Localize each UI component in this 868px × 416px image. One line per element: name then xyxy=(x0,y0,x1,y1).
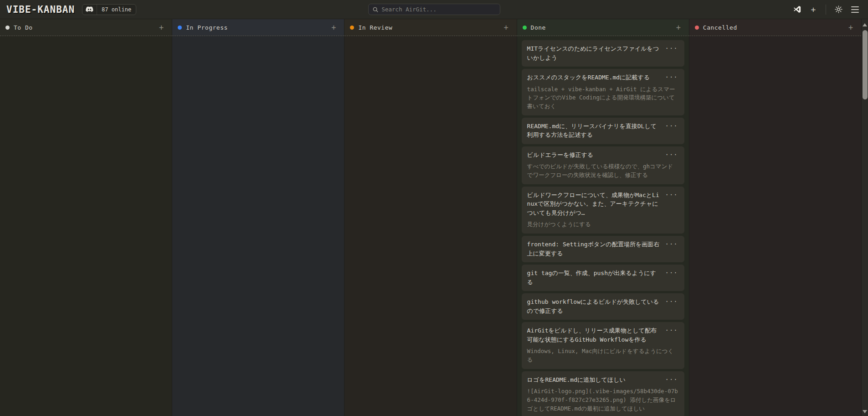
card-menu-icon[interactable]: ··· xyxy=(664,151,679,159)
scrollbar-down-arrow[interactable] xyxy=(863,410,867,413)
task-card[interactable]: ビルドエラーを修正する ··· すべでのビルドが失敗している模様なので、ghコマ… xyxy=(522,146,684,184)
status-dot-icon xyxy=(350,26,354,30)
scrollbar-thumb[interactable] xyxy=(863,30,868,99)
search-input[interactable] xyxy=(382,6,496,13)
discord-online-count: 87 online xyxy=(97,6,136,13)
card-title: ロゴをREADME.mdに追加してほしい xyxy=(527,375,661,385)
add-card-button[interactable]: + xyxy=(846,22,856,32)
vscode-icon[interactable] xyxy=(790,3,804,16)
app-logo[interactable]: VIBE-KANBAN xyxy=(6,4,75,15)
card-menu-icon[interactable]: ··· xyxy=(664,240,679,248)
card-title: git tagの一覧、作成、pushが出来るようにする xyxy=(527,269,661,286)
board-columns: To Do + In Progress + In Review + Done +… xyxy=(0,19,861,416)
card-description: 見分けがつくようにする xyxy=(527,220,679,229)
column-title: Cancelled xyxy=(703,24,737,31)
column-header: Done + xyxy=(517,19,689,36)
task-card[interactable]: ロゴをREADME.mdに追加してほしい ··· ![AirGit-logo.p… xyxy=(522,371,684,416)
column-card-list xyxy=(172,36,344,416)
topbar-actions: + xyxy=(790,3,862,16)
status-dot-icon xyxy=(523,26,527,30)
topbar-divider xyxy=(826,5,826,15)
card-title: MITライセンスのためにライセンスファイルをついかしよう xyxy=(527,44,661,62)
column-to-do: To Do + xyxy=(0,19,172,416)
card-title: github workflowによるビルドが失敗しているので修正する xyxy=(527,297,661,315)
add-card-button[interactable]: + xyxy=(501,22,511,32)
add-card-button[interactable]: + xyxy=(329,22,339,32)
add-card-button[interactable]: + xyxy=(156,22,166,32)
column-header: In Progress + xyxy=(172,19,344,36)
column-title: In Progress xyxy=(186,24,228,31)
vertical-scrollbar[interactable] xyxy=(861,19,868,416)
column-card-list xyxy=(344,36,516,416)
task-card[interactable]: ビルドワークフローについて、成果物がMacとLinuxで区別がつかない。また、ア… xyxy=(522,187,684,234)
card-menu-icon[interactable]: ··· xyxy=(664,122,679,130)
card-menu-icon[interactable]: ··· xyxy=(664,191,679,199)
card-title: AirGitをビルドし、リリース成果物として配布可能な状態にするGitHub W… xyxy=(527,326,661,344)
card-menu-icon[interactable]: ··· xyxy=(664,297,679,306)
column-title: To Do xyxy=(14,24,33,31)
column-card-list xyxy=(689,36,861,416)
task-card[interactable]: AirGitをビルドし、リリース成果物として配布可能な状態にするGitHub W… xyxy=(522,322,684,369)
column-title: In Review xyxy=(358,24,392,31)
task-card[interactable]: git tagの一覧、作成、pushが出来るようにする ··· xyxy=(522,265,684,291)
card-menu-icon[interactable]: ··· xyxy=(664,44,679,52)
settings-gear-icon[interactable] xyxy=(832,3,845,16)
column-in-review: In Review + xyxy=(344,19,517,416)
card-menu-icon[interactable]: ··· xyxy=(664,269,679,277)
card-title: ビルドエラーを修正する xyxy=(527,151,661,160)
status-dot-icon xyxy=(178,26,182,30)
column-header: Cancelled + xyxy=(689,19,861,36)
column-header: To Do + xyxy=(0,19,172,36)
card-description: すべでのビルドが失敗している模様なので、ghコマンドでワークフローの失敗状況を確… xyxy=(527,162,679,180)
discord-badge[interactable]: 87 online xyxy=(82,4,136,15)
discord-icon xyxy=(82,5,97,15)
topbar: VIBE-KANBAN 87 online + xyxy=(0,0,868,19)
card-title: おススメのスタックをREADME.mdに記載する xyxy=(527,73,661,82)
card-title: ビルドワークフローについて、成果物がMacとLinuxで区別がつかない。また、ア… xyxy=(527,191,661,218)
card-menu-icon[interactable]: ··· xyxy=(664,73,679,81)
task-card[interactable]: MITライセンスのためにライセンスファイルをついかしよう ··· xyxy=(522,40,684,67)
status-dot-icon xyxy=(5,26,10,30)
card-menu-icon[interactable]: ··· xyxy=(664,375,679,384)
add-card-button[interactable]: + xyxy=(673,22,683,32)
task-card[interactable]: github workflowによるビルドが失敗しているので修正する ··· xyxy=(522,293,684,320)
column-header: In Review + xyxy=(344,19,516,36)
kanban-board: To Do + In Progress + In Review + Done +… xyxy=(0,19,868,416)
add-project-button[interactable]: + xyxy=(806,3,820,16)
card-description: ![AirGit-logo.png](.vibe-images/58b430de… xyxy=(527,387,679,413)
search-box xyxy=(368,4,500,15)
scrollbar-up-arrow[interactable] xyxy=(863,23,867,26)
task-card[interactable]: おススメのスタックをREADME.mdに記載する ··· tailscale +… xyxy=(522,69,684,115)
column-done: Done + MITライセンスのためにライセンスファイルをついかしよう ··· … xyxy=(517,19,689,416)
card-title: README.mdに、リリースバイナリを直接DLして利用する方法を記述する xyxy=(527,122,661,140)
card-menu-icon[interactable]: ··· xyxy=(664,326,679,334)
column-title: Done xyxy=(531,24,546,31)
column-cancelled: Cancelled + xyxy=(689,19,861,416)
card-description: Windows, Linux, Mac向けにビルドをするようにつくる xyxy=(527,347,679,364)
card-title: frontend: Settingボタンの配置場所を画面右上に変更する xyxy=(527,240,661,258)
column-card-list: MITライセンスのためにライセンスファイルをついかしよう ··· おススメのスタ… xyxy=(517,36,689,416)
column-card-list xyxy=(0,36,172,416)
status-dot-icon xyxy=(695,26,699,30)
search-icon xyxy=(372,6,379,13)
column-in-progress: In Progress + xyxy=(172,19,344,416)
task-card[interactable]: README.mdに、リリースバイナリを直接DLして利用する方法を記述する ··… xyxy=(522,118,684,144)
card-description: tailscale + vibe-kanban + AirGit によるスマート… xyxy=(527,85,679,111)
task-card[interactable]: frontend: Settingボタンの配置場所を画面右上に変更する ··· xyxy=(522,236,684,262)
hamburger-menu-icon[interactable] xyxy=(848,3,862,16)
